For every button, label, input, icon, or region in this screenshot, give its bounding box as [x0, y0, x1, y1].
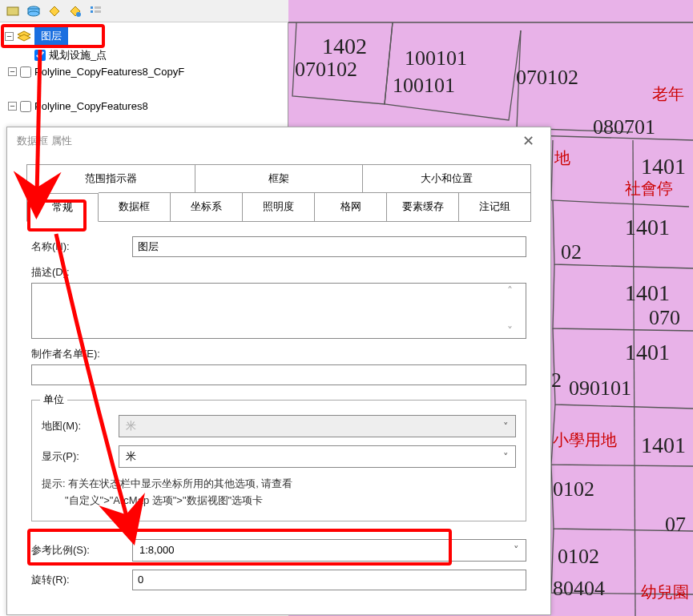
map-label: 0102 — [553, 477, 594, 501]
display-units-select[interactable]: 米˅ — [119, 445, 516, 468]
svg-rect-7 — [91, 6, 93, 9]
chevron-down-icon: ˅ — [503, 421, 509, 433]
svg-rect-10 — [95, 10, 101, 13]
toolbar-icon-5[interactable] — [88, 3, 104, 19]
tab-grids[interactable]: 格网 — [315, 192, 387, 221]
desc-textarea[interactable] — [31, 283, 526, 339]
scroll-down-icon[interactable]: ˅ — [507, 324, 525, 337]
tab-frame[interactable]: 框架 — [195, 164, 364, 192]
toolbar-icon-3[interactable] — [46, 3, 62, 19]
scroll-up-icon[interactable]: ˄ — [507, 284, 525, 297]
map-label: 1401 — [641, 433, 686, 458]
chevron-down-icon: ˅ — [514, 544, 519, 556]
credits-label: 制作者名单(E): — [31, 348, 100, 360]
toolbar-icon-1[interactable] — [5, 3, 21, 19]
rotation-input[interactable] — [132, 570, 526, 590]
map-label: 080701 — [593, 115, 655, 139]
units-group-title: 单位 — [40, 393, 67, 407]
map-label: 070102 — [295, 58, 357, 82]
map-units-label: 地图(M): — [42, 419, 106, 433]
expander-icon[interactable]: − — [8, 67, 17, 76]
map-label: 1401 — [625, 215, 670, 240]
name-input[interactable] — [132, 236, 526, 257]
dialog-tabs: 范围指示器 框架 大小和位置 常规 数据框 坐标系 照明度 格网 要素缓存 注记… — [26, 164, 531, 222]
map-label: 1401 — [625, 340, 670, 365]
layer-item-label[interactable]: Polyline_CopyFeatures8 — [34, 100, 148, 112]
tab-extent-indicators[interactable]: 范围指示器 — [26, 164, 195, 192]
map-label: 02 — [561, 240, 582, 264]
map-label: 090101 — [569, 376, 631, 401]
name-label: 名称(N): — [31, 240, 119, 254]
map-label: 100101 — [393, 74, 455, 98]
svg-rect-9 — [91, 10, 93, 13]
map-units-select[interactable]: 米˅ — [119, 415, 516, 437]
tab-illumination[interactable]: 照明度 — [243, 192, 315, 221]
map-label: 1401 — [625, 280, 670, 306]
scrollbar[interactable]: ˄˅ — [507, 284, 525, 337]
dataframe-properties-dialog: 数据框 属性 ✕ 范围指示器 框架 大小和位置 常规 数据框 坐标系 照明度 格… — [6, 127, 551, 615]
toc-root-label: 图层 — [34, 27, 68, 45]
tab-general[interactable]: 常规 — [26, 193, 99, 222]
layer-item-label[interactable]: Polyline_CopyFeatures8_CopyF — [34, 66, 184, 78]
map-label: 070 — [649, 306, 680, 330]
map-label: 幼兒園 — [641, 582, 689, 603]
toolbar-icon-2[interactable] — [26, 3, 42, 19]
refscale-label: 参考比例(S): — [31, 543, 119, 558]
svg-point-6 — [76, 12, 81, 17]
map-label: 100101 — [405, 46, 467, 70]
units-hint: 提示: 有关在状态栏中显示坐标所用的其他选项, 请查看 "自定义">"ArcMa… — [42, 476, 516, 509]
layer-checkbox[interactable] — [20, 66, 31, 78]
layer-checkbox[interactable] — [34, 50, 46, 61]
svg-point-3 — [28, 11, 39, 16]
layers-icon — [17, 30, 31, 42]
map-label: 1401 — [641, 154, 686, 179]
display-units-label: 显示(P): — [42, 449, 106, 464]
expander-icon[interactable]: − — [8, 102, 17, 111]
dialog-titlebar: 数据框 属性 ✕ — [7, 127, 550, 155]
map-label: 老年 — [652, 83, 684, 105]
map-label: 社會停 — [625, 178, 673, 199]
general-tab-content: 名称(N): 描述(D): ˄˅ 制作者名单(E): 单位 地图(M): 米˅ … — [7, 222, 550, 605]
map-label: 80404 — [553, 577, 605, 601]
map-label: 小學用地 — [553, 429, 617, 451]
svg-marker-4 — [50, 6, 59, 16]
map-label: 1402 — [322, 34, 367, 59]
chevron-down-icon: ˅ — [503, 451, 509, 463]
tab-coordsys[interactable]: 坐标系 — [171, 192, 243, 221]
layer-item-label[interactable]: 规划设施_点 — [49, 48, 107, 62]
refscale-combo[interactable]: 1:8,000˅ — [132, 539, 526, 562]
map-label: 07 — [665, 513, 686, 537]
tab-dataframe[interactable]: 数据框 — [99, 192, 171, 221]
rotation-label: 旋转(R): — [31, 573, 119, 587]
layer-checkbox[interactable] — [20, 101, 31, 112]
svg-rect-8 — [95, 6, 101, 9]
credits-input[interactable] — [31, 364, 526, 385]
svg-rect-0 — [7, 7, 18, 15]
map-label: 地 — [554, 147, 570, 169]
dialog-title: 数据框 属性 — [17, 134, 72, 148]
tab-size-position[interactable]: 大小和位置 — [363, 164, 531, 192]
tab-anno-groups[interactable]: 注记组 — [459, 192, 531, 221]
desc-label: 描述(D): — [31, 266, 70, 278]
toc-root[interactable]: 图层 — [17, 27, 68, 45]
close-icon[interactable]: ✕ — [516, 129, 541, 153]
tab-feature-cache[interactable]: 要素缓存 — [387, 192, 459, 221]
expander-icon[interactable]: − — [5, 32, 14, 41]
map-label: 0102 — [558, 545, 599, 569]
map-label: 070102 — [516, 66, 578, 90]
map-label: 2 — [551, 368, 562, 393]
toolbar-icon-4[interactable] — [67, 3, 83, 19]
